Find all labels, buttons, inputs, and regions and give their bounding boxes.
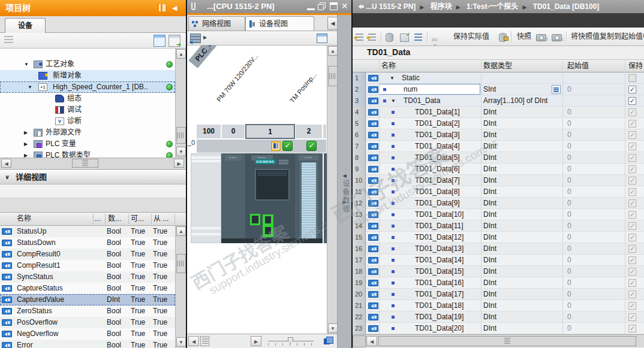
col-datatype[interactable]: 数... xyxy=(108,213,121,225)
expander-closed-icon[interactable]: ▶ xyxy=(24,138,28,150)
detail-row[interactable]: SyncStatusBoolTrueTrue xyxy=(0,271,175,283)
device-data-splitter[interactable]: ◀ ▶ 设备数据 xyxy=(337,15,351,348)
tree-item[interactable]: 诊断 xyxy=(0,116,175,127)
db-row[interactable]: 3▼TD01_DataArray[1..100] of DInt xyxy=(353,95,644,107)
add-row-icon[interactable] xyxy=(368,34,376,41)
retain-checkbox[interactable] xyxy=(628,120,636,128)
db-row[interactable]: 10TD01_Data[7]DInt0 xyxy=(353,175,644,186)
scroll-right-icon[interactable]: ▶ xyxy=(251,336,261,346)
back-icon[interactable] xyxy=(356,4,364,9)
tree-vertical-scrollbar[interactable]: ▲ ▼ xyxy=(175,49,186,158)
detail-row[interactable]: StatusDownBoolTrueTrue xyxy=(0,237,175,249)
slot-0[interactable]: 0 xyxy=(221,124,245,139)
cpu-module[interactable]: ▪▪▪ SIEMENS xyxy=(245,153,295,243)
retain-checkbox[interactable] xyxy=(628,74,636,82)
profinet-ports-icon[interactable] xyxy=(263,214,273,237)
tree-item[interactable]: ▼工艺对象 xyxy=(0,59,175,70)
db-row[interactable]: 14TD01_Data[11]DInt0 xyxy=(353,220,644,232)
db-row[interactable]: 18TD01_Data[15]DInt0 xyxy=(353,266,644,277)
float-window-icon[interactable] xyxy=(318,2,326,10)
scroll-up-icon[interactable]: ▲ xyxy=(176,226,186,236)
db-row[interactable]: 2numSInt0 xyxy=(353,84,644,95)
scroll-thumb[interactable] xyxy=(378,336,636,346)
db-row[interactable]: 21TD01_Data[18]DInt0 xyxy=(353,300,644,311)
retain-checkbox[interactable] xyxy=(628,211,636,219)
snapshot-label[interactable]: 快照 xyxy=(517,28,531,46)
tree-horizontal-scrollbar[interactable]: ◀ ▶ xyxy=(0,158,186,168)
tab-device-view[interactable]: 设备视图 xyxy=(245,16,314,31)
device-data-side-tab[interactable]: 设备数据 xyxy=(341,180,351,213)
tree-item[interactable]: ▼High_Speed_Counter_1 [DB.. xyxy=(0,81,175,93)
close-icon[interactable]: ✕ xyxy=(341,2,348,10)
breadcrumb-item[interactable]: 程序块 xyxy=(431,2,452,11)
db-row[interactable]: 23TD01_Data[20]DInt0 xyxy=(353,323,644,334)
minimize-icon[interactable] xyxy=(307,2,315,10)
keep-actual-values-icon[interactable] xyxy=(386,33,393,42)
detail-view-vertical-scrollbar[interactable]: ▲ ▼ xyxy=(175,226,186,348)
retain-checkbox[interactable] xyxy=(628,234,636,241)
sort-icon[interactable] xyxy=(4,36,13,44)
detail-row[interactable]: CaptureStatusBoolTrueTrue xyxy=(0,283,175,294)
retain-checkbox[interactable] xyxy=(628,131,636,139)
col-datatype[interactable]: 数据类型 xyxy=(483,60,512,72)
scroll-up-icon[interactable]: ▲ xyxy=(176,49,186,59)
db-row[interactable]: 16TD01_Data[13]DInt0 xyxy=(353,243,644,255)
col-name[interactable]: 名称 xyxy=(17,213,31,225)
detail-row[interactable]: ErrorBoolTrueTrue xyxy=(0,340,175,348)
insert-row-icon[interactable] xyxy=(356,34,363,41)
retain-lock-icon[interactable] xyxy=(499,33,507,42)
scroll-down-icon[interactable]: ▼ xyxy=(328,323,338,333)
name-edit-cell[interactable] xyxy=(379,84,480,95)
slot-2[interactable]: 2 xyxy=(295,124,323,139)
retain-checkbox[interactable] xyxy=(628,165,636,173)
retain-checkbox[interactable] xyxy=(628,325,636,332)
apply-changes-icon[interactable] xyxy=(400,34,409,42)
db-row[interactable]: 17TD01_Data[14]DInt0 xyxy=(353,255,644,266)
col-dots[interactable]: ... xyxy=(95,213,101,225)
expander-open-icon[interactable]: ▼ xyxy=(390,72,395,84)
scroll-thumb[interactable] xyxy=(200,336,209,346)
scroll-thumb[interactable] xyxy=(72,159,98,168)
scroll-down-icon[interactable]: ▼ xyxy=(176,337,186,347)
breadcrumb-item[interactable]: ...U 1515-2 PN] xyxy=(366,2,416,11)
db-row[interactable]: 13TD01_Data[10]DInt0 xyxy=(353,209,644,220)
col-from[interactable]: 从 ... xyxy=(154,213,168,225)
scroll-thumb[interactable] xyxy=(176,254,186,273)
db-row[interactable]: 11TD01_Data[8]DInt0 xyxy=(353,186,644,198)
scroll-left-icon[interactable]: ◀ xyxy=(188,336,199,346)
retain-checkbox[interactable] xyxy=(628,279,636,287)
db-row[interactable]: 8TD01_Data[5]DInt0 xyxy=(353,152,644,164)
retain-checkbox[interactable] xyxy=(628,245,636,253)
expand-members-icon[interactable] xyxy=(414,34,422,41)
datatype-select-button[interactable] xyxy=(552,85,561,94)
retain-checkbox[interactable] xyxy=(628,268,636,276)
retain-checkbox[interactable] xyxy=(628,199,636,207)
collapse-left-icon[interactable]: ◀ xyxy=(341,172,348,180)
load-snapshot-icon[interactable] xyxy=(536,34,546,41)
monitor-all-icon[interactable]: ∞ xyxy=(432,30,443,40)
detail-row[interactable]: PosOverflowBoolTrueTrue xyxy=(0,317,175,328)
expander-closed-icon[interactable]: ▶ xyxy=(24,127,28,138)
detail-view-header[interactable]: ∨ 详细视图 xyxy=(0,169,186,184)
save-snapshot-icon[interactable] xyxy=(552,34,562,41)
col-name[interactable]: 名称 xyxy=(381,60,396,72)
tree-item[interactable]: 组态 xyxy=(0,93,175,104)
retain-checkbox[interactable] xyxy=(628,177,636,184)
slot0-module[interactable]: ▪▪▪ xyxy=(221,153,245,243)
tree-item[interactable]: ▶外部源文件 xyxy=(0,127,175,138)
detail-row[interactable]: CompResult1BoolTrueTrue xyxy=(0,260,175,271)
retain-checkbox[interactable] xyxy=(628,97,636,105)
retain-checkbox[interactable] xyxy=(628,188,636,196)
slot-100[interactable]: 100 xyxy=(196,124,221,139)
db-row[interactable]: 4TD01_Data[1]DInt0 xyxy=(353,107,644,118)
db-row[interactable]: 9TD01_Data[6]DInt0 xyxy=(353,164,644,175)
fit-view-icon[interactable] xyxy=(324,337,333,346)
expander-open-icon[interactable]: ▼ xyxy=(24,59,29,70)
col-retain[interactable]: 保持 xyxy=(628,60,643,72)
retain-checkbox[interactable] xyxy=(628,143,636,150)
col-visible[interactable]: 可... xyxy=(131,213,144,225)
retain-checkbox[interactable] xyxy=(628,313,636,321)
scroll-down-icon[interactable]: ▼ xyxy=(176,147,186,156)
collapse-panel-icon[interactable]: ◀ xyxy=(172,0,177,16)
columns-icon[interactable] xyxy=(157,4,165,11)
